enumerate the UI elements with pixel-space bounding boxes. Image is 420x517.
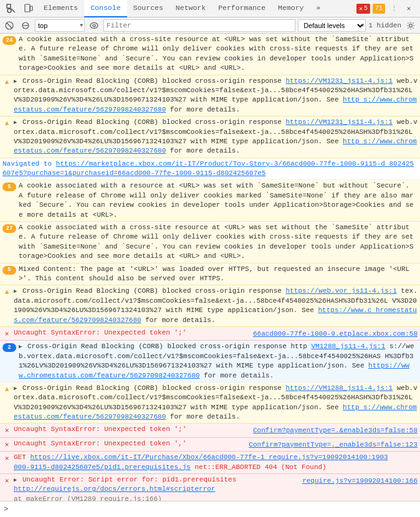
log-message: Navigated to https://marketplace.xbox.co…	[2, 159, 418, 179]
console-input-bar: >	[0, 501, 420, 517]
tab-memory[interactable]: Memory	[272, 0, 310, 17]
log-link[interactable]: https://web.vor js11-4.js:1	[286, 287, 397, 295]
log-source[interactable]: require.js?v=19092014100:166	[302, 477, 418, 486]
clear-console-button[interactable]	[2, 19, 16, 32]
error-circle-icon: ✕	[2, 330, 11, 339]
warn-triangle-icon: ▲	[2, 385, 11, 394]
log-link[interactable]: https://VM1231_js11-4.js:1	[286, 118, 393, 126]
tab-console[interactable]: Console	[84, 0, 126, 17]
log-source[interactable]: 66acd000-77fe-1000-9.etplace.xbox.com:58	[253, 330, 418, 339]
tab-overflow[interactable]: »	[310, 0, 327, 17]
log-link[interactable]: https://VM1231_js11-4.js:1	[286, 77, 393, 85]
devtools-menu-button[interactable]: ⋮	[388, 0, 400, 17]
log-link[interactable]: http s://www.chromestatus.com/feature/56…	[14, 96, 417, 113]
context-select-wrapper[interactable]: top	[35, 19, 85, 32]
tab-bar: Elements Console Sources Network Perform…	[37, 0, 356, 17]
log-entry: ▲ ▶ Cross-Origin Read Blocking (CORB) bl…	[0, 285, 420, 327]
svg-rect-2	[25, 4, 30, 12]
log-message: GET https://live.xbox.com/it-IT/Purchase…	[14, 453, 418, 472]
prompt-symbol: >	[4, 505, 8, 514]
warn-triangle-icon: ▲	[2, 78, 11, 87]
log-entry: ✕ Uncaught SyntaxError: Unexpected token…	[0, 424, 420, 437]
svg-point-8	[90, 22, 98, 28]
error-icon: ✕	[359, 5, 363, 12]
log-source[interactable]: Confirm?paymentType=._enable3ds=false:12…	[249, 440, 418, 450]
tab-sources[interactable]: Sources	[127, 0, 169, 17]
svg-line-5	[7, 23, 12, 28]
warn-triangle-icon: ▲	[2, 288, 11, 297]
warn-count: 71	[375, 5, 383, 12]
devtools-toolbar: Elements Console Sources Network Perform…	[0, 0, 420, 17]
error-circle-icon: ✕	[2, 454, 11, 463]
log-entry: 2 ▶ Cross-Origin Read Blocking (CORB) bl…	[0, 341, 420, 382]
device-icon[interactable]	[20, 0, 37, 17]
context-select[interactable]: top	[35, 19, 85, 32]
log-link[interactable]: http s://www.chromestatus.com/feature/56…	[14, 138, 417, 154]
tab-performance[interactable]: Performance	[212, 0, 272, 17]
console-bar: top Default levels 1 hidden	[0, 17, 420, 34]
log-link[interactable]: http s://www.chromestatus.com/feature/56…	[14, 404, 417, 420]
toolbar-end: ✕ 5 71 ⋮ ✕	[356, 0, 418, 17]
svg-rect-0	[7, 4, 11, 8]
levels-select-wrapper[interactable]: Default levels	[298, 19, 366, 32]
log-message: ▶ Cross-Origin Read Blocking (CORB) bloc…	[14, 384, 418, 422]
log-link[interactable]: VM1288_js11-4.js:1	[312, 343, 386, 350]
log-message: Uncaught SyntaxError: Unexpected token '…	[14, 439, 246, 448]
error-count: 5	[364, 5, 368, 12]
error-circle-icon: ✕	[2, 477, 11, 486]
warn-count-badge: 24	[2, 36, 16, 45]
log-link[interactable]: https://www.c hromestatus.com/feature/56…	[14, 306, 417, 323]
devtools-close-button[interactable]: ✕	[403, 0, 415, 17]
log-entry: ▲ ▶ Cross-Origin Read Blocking (CORB) bl…	[0, 382, 420, 424]
eye-button[interactable]	[87, 19, 101, 32]
hidden-count: 1 hidden	[368, 22, 401, 29]
warn-count-badge: 5	[2, 266, 16, 275]
log-message: A cookie associated with a cross-site re…	[19, 35, 418, 74]
log-entry: ▲ ▶ Cross-Origin Read Blocking (CORB) bl…	[0, 116, 420, 158]
log-entry: ✕ ▶ Uncaught Error: Script error for: pi…	[0, 474, 420, 501]
log-link[interactable]: https://marketplace.xbox.com/it-IT/Produ…	[2, 160, 414, 177]
console-log-area: 24 A cookie associated with a cross-site…	[0, 34, 420, 501]
warn-triangle-icon: ▲	[2, 119, 11, 128]
expand-icon[interactable]: ▶	[19, 344, 22, 350]
expand-icon[interactable]: ▶	[14, 477, 17, 483]
levels-select[interactable]: Default levels	[298, 19, 366, 32]
log-entry: 5 A cookie associated with a resource at…	[0, 180, 420, 222]
log-message: A cookie associated with a resource at <…	[19, 181, 418, 220]
filter-toggle-button[interactable]	[19, 19, 32, 32]
log-entry: 24 A cookie associated with a cross-site…	[0, 34, 420, 75]
log-entry: 27 A cookie associated with a cross-site…	[0, 222, 420, 263]
log-message: A cookie associated with a cross-site re…	[19, 223, 418, 262]
tab-network[interactable]: Network	[169, 0, 212, 17]
error-circle-icon: ✕	[2, 440, 11, 450]
info-count-badge: 2	[2, 343, 16, 352]
log-message: ▶ Cross-Origin Read Blocking (CORB) bloc…	[14, 77, 418, 115]
log-entry: ✕ GET https://live.xbox.com/it-IT/Purcha…	[0, 452, 420, 474]
filter-input[interactable]	[103, 19, 295, 32]
log-source[interactable]: Confirm?paymentType=.&enable3ds=false:58	[253, 426, 418, 435]
log-message: Uncaught SyntaxError: Unexpected token '…	[14, 425, 251, 434]
expand-icon[interactable]: ▶	[14, 120, 17, 126]
log-entry: 5 Mixed Content: The page at '<URL>' was…	[0, 263, 420, 286]
log-entry: ✕ Uncaught SyntaxError: Unexpected token…	[0, 327, 420, 341]
log-entry: ✕ Uncaught SyntaxError: Unexpected token…	[0, 438, 420, 452]
error-badge[interactable]: ✕ 5	[356, 4, 370, 14]
log-link[interactable]: https://live.xbox.com/it-IT/Purchase/Xbo…	[14, 453, 388, 470]
warn-badge[interactable]: 71	[373, 4, 385, 14]
expand-icon[interactable]: ▶	[14, 78, 17, 85]
expand-icon[interactable]: ▶	[14, 386, 17, 392]
console-input[interactable]	[11, 506, 416, 513]
log-entry: ▲ ▶ Cross-Origin Read Blocking (CORB) bl…	[0, 75, 420, 117]
svg-point-9	[93, 24, 95, 27]
svg-rect-3	[30, 6, 32, 11]
tab-elements[interactable]: Elements	[37, 0, 84, 17]
settings-button[interactable]	[404, 19, 418, 32]
log-link[interactable]: http://requirejs.org/docs/errors.html#sc…	[14, 485, 215, 493]
inspect-icon[interactable]	[2, 0, 20, 17]
log-link[interactable]: https://www.chromestatus.com/feature/562…	[19, 362, 409, 379]
svg-point-10	[409, 24, 413, 27]
log-link[interactable]: https://VM1288_js11-4.js:1	[286, 384, 393, 392]
svg-point-1	[7, 9, 11, 12]
log-message: Mixed Content: The page at '<URL>' was l…	[19, 265, 418, 284]
expand-icon[interactable]: ▶	[14, 288, 17, 295]
